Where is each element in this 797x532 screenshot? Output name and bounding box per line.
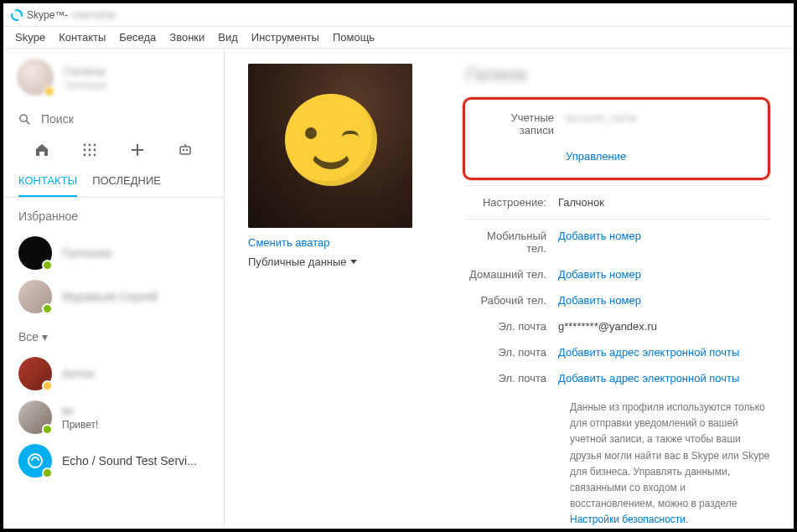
status-online-icon [42, 260, 53, 271]
menu-tools[interactable]: Инструменты [245, 28, 326, 47]
menu-skype[interactable]: Skype [8, 28, 52, 47]
svg-point-8 [94, 149, 96, 152]
home-icon[interactable] [33, 141, 51, 159]
contact-name: Антон [62, 367, 95, 380]
contact-row-echo[interactable]: Echo / Sound Test Servi... [3, 439, 224, 483]
highlight-accounts: Учетные записи account_name Управление [463, 97, 770, 180]
svg-point-1 [20, 114, 27, 121]
svg-point-13 [182, 149, 184, 151]
section-all[interactable]: Все ▾ [3, 318, 224, 352]
mobile-label: Мобильный тел. [466, 230, 558, 255]
tab-recent[interactable]: ПОСЛЕДНИЕ [92, 168, 161, 197]
profile-note: Данные из профиля используются только дл… [466, 391, 770, 529]
app-name: Skype™ [27, 9, 65, 21]
email1-value: g********@yandex.ru [558, 320, 657, 333]
svg-point-11 [94, 154, 96, 157]
status-online-icon [42, 424, 53, 435]
svg-point-5 [94, 144, 96, 147]
avatar [18, 280, 52, 313]
contact-name: Галчонок [62, 246, 111, 260]
svg-point-14 [185, 149, 187, 151]
contact-row[interactable]: Галчонок [3, 231, 224, 275]
add-email2-link[interactable]: Добавить адрес электронной почты [558, 346, 739, 359]
me-avatar[interactable] [17, 59, 54, 96]
menu-contacts[interactable]: Контакты [52, 28, 112, 47]
contact-row[interactable]: Антон [3, 352, 224, 395]
add-email3-link[interactable]: Добавить адрес электронной почты [558, 372, 739, 385]
add-work-link[interactable]: Добавить номер [558, 294, 641, 307]
accounts-label: Учетные записи [474, 111, 566, 137]
svg-point-4 [89, 144, 91, 147]
profile-panel: Сменить аватар Публичные данные Галина У… [225, 49, 794, 529]
avatar [18, 357, 52, 390]
accounts-value: account_name [566, 111, 637, 137]
svg-point-7 [89, 149, 91, 152]
contact-name: Echo / Sound Test Servi... [62, 454, 197, 467]
avatar [18, 400, 52, 434]
skype-logo-icon [10, 8, 23, 22]
profile-avatar[interactable] [248, 64, 412, 228]
menubar: Skype Контакты Беседа Звонки Вид Инструм… [3, 27, 794, 49]
add-home-link[interactable]: Добавить номер [558, 268, 641, 281]
me-row[interactable]: Галина Галчонок [3, 49, 224, 106]
work-label: Рабочий тел. [466, 294, 558, 307]
contact-message: Привет! [62, 419, 98, 431]
status-online-icon [42, 467, 53, 478]
wink-emoji-icon [285, 94, 377, 186]
status-online-icon [42, 303, 53, 314]
tab-contacts[interactable]: КОНТАКТЫ [18, 168, 77, 197]
svg-rect-12 [180, 147, 190, 154]
email2-label: Эл. почта [466, 346, 558, 359]
contact-name: вк [62, 404, 98, 417]
public-data-dropdown[interactable]: Публичные данные [248, 256, 412, 268]
avatar [18, 236, 52, 270]
change-avatar-link[interactable]: Сменить аватар [248, 236, 412, 249]
svg-point-9 [84, 154, 86, 157]
dialpad-icon[interactable] [80, 141, 99, 159]
home-label: Домашний тел. [466, 268, 558, 281]
title-user: username [71, 9, 116, 21]
sidebar: Галина Галчонок Поиск КОНТАКТЫ ПОСЛЕДНИЕ… [3, 49, 225, 529]
status-away-icon [42, 380, 53, 391]
security-settings-link[interactable]: Настройки безопасности [570, 514, 686, 525]
profile-name: Галина [466, 64, 770, 85]
menu-calls[interactable]: Звонки [163, 28, 211, 47]
section-favorites: Избранное [3, 198, 224, 231]
bot-icon[interactable] [176, 141, 194, 159]
contact-row[interactable]: Муравьев Сергей [3, 275, 224, 318]
menu-conversation[interactable]: Беседа [112, 28, 163, 47]
email3-label: Эл. почта [466, 372, 558, 385]
titlebar: Skype™ - username [3, 3, 794, 27]
manage-link[interactable]: Управление [566, 150, 626, 163]
search-placeholder: Поиск [41, 112, 74, 126]
add-mobile-link[interactable]: Добавить номер [558, 230, 641, 255]
contact-row[interactable]: вк Привет! [3, 395, 224, 439]
avatar [18, 444, 52, 478]
add-icon[interactable] [128, 141, 147, 159]
svg-line-2 [26, 121, 29, 124]
me-name: Галина [64, 64, 106, 78]
contact-name: Муравьев Сергей [62, 290, 158, 303]
mood-value[interactable]: Галчонок [558, 196, 604, 209]
svg-point-6 [84, 149, 86, 152]
svg-point-10 [89, 154, 91, 157]
nav-icons [3, 132, 224, 164]
status-away-icon [44, 85, 55, 97]
menu-help[interactable]: Помощь [326, 28, 381, 47]
search-icon [18, 113, 31, 126]
search-input[interactable]: Поиск [3, 106, 224, 132]
mood-label: Настроение: [466, 196, 558, 209]
email1-label: Эл. почта [466, 320, 558, 333]
me-status: Галчонок [64, 80, 106, 91]
sidebar-tabs: КОНТАКТЫ ПОСЛЕДНИЕ [3, 164, 224, 198]
svg-point-16 [28, 454, 42, 467]
svg-point-3 [84, 144, 86, 147]
menu-view[interactable]: Вид [211, 28, 245, 47]
chevron-down-icon [350, 260, 357, 264]
